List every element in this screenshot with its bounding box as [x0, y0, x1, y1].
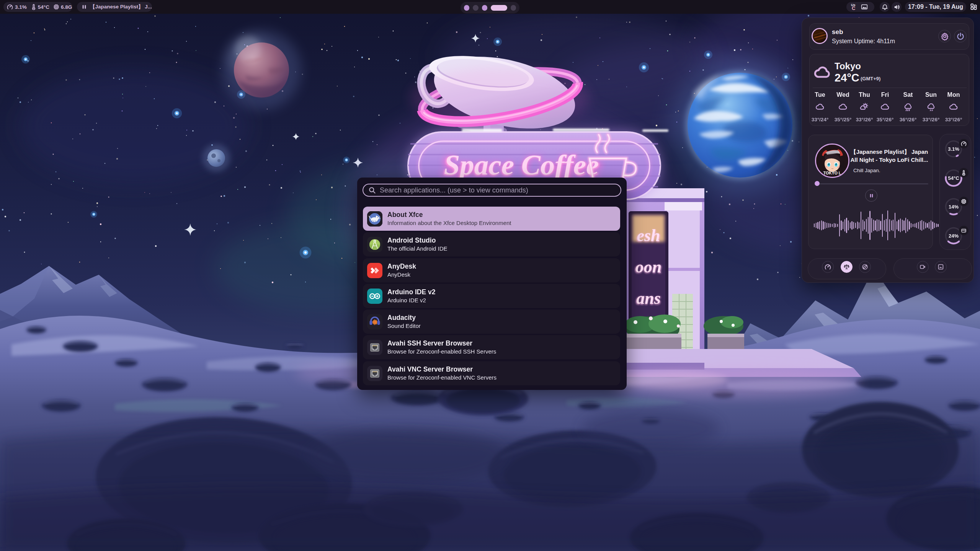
svg-text:ans: ans	[636, 289, 661, 308]
svg-text:Space Coffee: Space Coffee	[444, 149, 599, 181]
svg-text:C: C	[852, 5, 856, 11]
svg-text:oon: oon	[635, 258, 662, 276]
svg-text:esh: esh	[637, 226, 660, 245]
svg-text:TOKYO L: TOKYO L	[823, 171, 841, 175]
